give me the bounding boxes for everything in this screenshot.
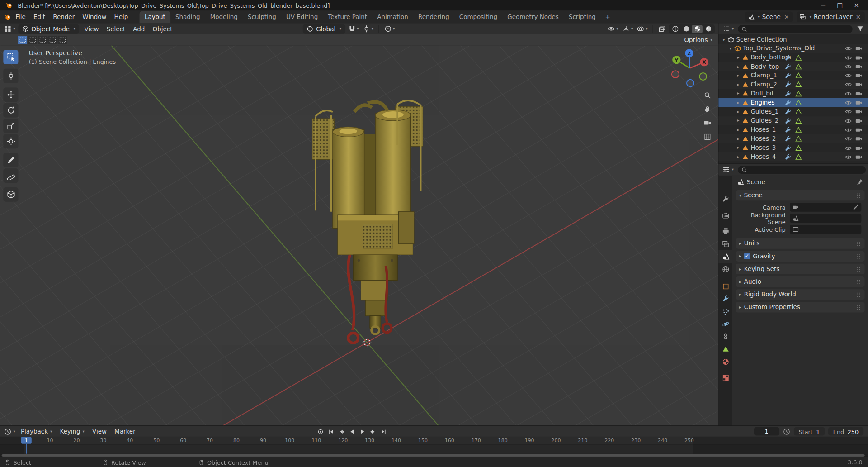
workspace-tab-rendering[interactable]: Rendering xyxy=(413,11,454,23)
properties-tab-output[interactable] xyxy=(718,224,732,238)
tool-select-box[interactable] xyxy=(3,50,18,64)
axis-negative-y[interactable] xyxy=(699,73,707,80)
model-top-drive-system[interactable] xyxy=(312,100,423,343)
hide-toggle[interactable] xyxy=(844,144,854,152)
hide-toggle[interactable] xyxy=(844,90,854,98)
camera-field[interactable] xyxy=(790,203,861,212)
disclosure-arrow[interactable]: ▸ xyxy=(735,100,741,105)
unlink-scene-icon[interactable]: × xyxy=(783,13,790,20)
disclosure-arrow[interactable]: ▸ xyxy=(735,73,741,78)
tool-move[interactable] xyxy=(3,87,18,102)
render-visibility-toggle[interactable] xyxy=(855,54,864,62)
properties-tab-world[interactable] xyxy=(718,262,732,276)
scene-selector[interactable]: ▾ Scene × xyxy=(745,12,793,22)
transform-orientation-dropdown[interactable]: Global▾ xyxy=(303,24,345,33)
navigation-gizmo[interactable]: X Y Z xyxy=(669,47,711,89)
unlink-view-layer-icon[interactable]: × xyxy=(854,13,862,20)
workspace-tab-sculpting[interactable]: Sculpting xyxy=(243,11,281,23)
render-visibility-toggle[interactable] xyxy=(855,81,864,89)
mode-dropdown[interactable]: Object Mode▾ xyxy=(18,24,80,33)
expand-arrow[interactable]: ▸ xyxy=(739,292,741,297)
proportional-editing-toggle[interactable]: ▾ xyxy=(383,24,396,33)
render-visibility-toggle[interactable] xyxy=(855,45,864,52)
tool-annotate[interactable] xyxy=(3,153,18,167)
drag-grip-icon[interactable] xyxy=(856,278,861,286)
background-scene-field[interactable] xyxy=(790,214,861,223)
preview-range-icon[interactable] xyxy=(783,428,790,435)
gizmos-dropdown[interactable]: ▾ xyxy=(621,24,634,33)
playhead[interactable]: 1 xyxy=(21,437,32,444)
render-visibility-toggle[interactable] xyxy=(855,126,864,134)
collapse-arrow[interactable]: ▾ xyxy=(739,193,741,198)
hide-toggle[interactable] xyxy=(844,99,854,107)
render-visibility-toggle[interactable] xyxy=(855,108,864,116)
render-visibility-toggle[interactable] xyxy=(855,135,864,143)
render-visibility-toggle[interactable] xyxy=(855,72,864,80)
timeline-menu-keying[interactable]: Keying ▾ xyxy=(56,426,89,437)
editor-type-button[interactable]: ▾ xyxy=(2,25,17,33)
disclosure-arrow[interactable]: ▸ xyxy=(735,91,741,96)
maximize-button[interactable]: □ xyxy=(831,2,848,9)
close-button[interactable]: × xyxy=(848,2,865,9)
properties-tab-particles[interactable] xyxy=(718,305,732,319)
viewport-menu-object[interactable]: Object xyxy=(149,23,176,34)
render-visibility-toggle[interactable] xyxy=(855,90,864,98)
panel-units-header[interactable]: ▸Units xyxy=(736,238,864,249)
tool-transform[interactable] xyxy=(3,134,18,148)
properties-tab-render[interactable] xyxy=(718,209,732,222)
timeline-menu-playback[interactable]: Playback ▾ xyxy=(17,426,56,437)
timeline-ruler[interactable]: 1020304050607080901001101201301401501601… xyxy=(0,437,868,457)
app-menu-icon[interactable] xyxy=(4,13,12,21)
tool-measure[interactable] xyxy=(3,168,18,183)
outliner-row-guides_2[interactable]: ▸Guides_2 xyxy=(718,116,868,125)
axis-negative-x[interactable] xyxy=(672,71,679,78)
overlays-dropdown[interactable]: ▾ xyxy=(636,24,649,33)
play-reverse-button[interactable] xyxy=(347,427,357,435)
expand-arrow[interactable]: ▸ xyxy=(739,241,741,246)
menu-file[interactable]: File xyxy=(12,10,30,23)
outliner-row-clamp_1[interactable]: ▸Clamp_1 xyxy=(718,71,868,80)
editor-type-button[interactable]: ▾ xyxy=(2,428,17,435)
tool-rotate[interactable] xyxy=(3,103,18,118)
nav-pan-button[interactable] xyxy=(702,104,713,114)
expand-arrow[interactable]: ▸ xyxy=(739,305,741,310)
workspace-tab-animation[interactable]: Animation xyxy=(372,11,413,23)
hide-toggle[interactable] xyxy=(844,54,854,62)
viewport-menu-view[interactable]: View xyxy=(80,23,103,34)
record-button[interactable] xyxy=(316,427,325,435)
disclosure-arrow[interactable]: ▸ xyxy=(735,145,741,150)
panel-rigid-body-world-header[interactable]: ▸Rigid Body World xyxy=(736,289,864,300)
shading-material-preview[interactable] xyxy=(692,24,703,33)
expand-arrow[interactable]: ▸ xyxy=(739,254,741,259)
hide-toggle[interactable] xyxy=(844,126,854,134)
shading-rendered[interactable] xyxy=(703,24,713,33)
outliner-row-hoses_2[interactable]: ▸Hoses_2 xyxy=(718,134,868,143)
menu-render[interactable]: Render xyxy=(49,10,79,23)
drag-grip-icon[interactable] xyxy=(856,265,861,273)
pin-icon[interactable] xyxy=(856,178,863,186)
editor-type-button[interactable]: ▾ xyxy=(721,25,735,33)
properties-search-input[interactable] xyxy=(738,166,866,174)
disclosure-arrow[interactable]: ▸ xyxy=(735,82,741,87)
render-visibility-toggle[interactable] xyxy=(855,117,864,125)
workspace-tab-geometry-nodes[interactable]: Geometry Nodes xyxy=(502,11,564,23)
timeline-menu-view[interactable]: View xyxy=(88,426,110,437)
menu-edit[interactable]: Edit xyxy=(29,10,49,23)
disclosure-arrow[interactable]: ▸ xyxy=(735,64,741,69)
hide-toggle[interactable] xyxy=(844,81,854,89)
properties-tab-view-layer[interactable] xyxy=(718,238,732,251)
properties-tab-texture[interactable] xyxy=(718,371,732,384)
scene-browse-icon[interactable] xyxy=(748,14,755,20)
disclosure-arrow[interactable]: ▸ xyxy=(735,109,741,114)
panel-keying-sets-header[interactable]: ▸Keying Sets xyxy=(736,264,864,274)
add-workspace-button[interactable]: + xyxy=(601,13,615,20)
viewport-menu-select[interactable]: Select xyxy=(103,23,129,34)
disclosure-arrow[interactable]: ▸ xyxy=(735,154,741,159)
drag-grip-icon[interactable] xyxy=(856,291,861,298)
end-frame-field[interactable]: End250 xyxy=(828,427,863,435)
outliner-row-scene-collection[interactable]: ▾Scene Collection xyxy=(718,35,868,44)
render-visibility-toggle[interactable] xyxy=(855,144,864,152)
view-layer-browse-icon[interactable] xyxy=(800,14,807,20)
shading-solid[interactable] xyxy=(681,24,691,33)
jump-to-end-button[interactable] xyxy=(379,427,388,435)
